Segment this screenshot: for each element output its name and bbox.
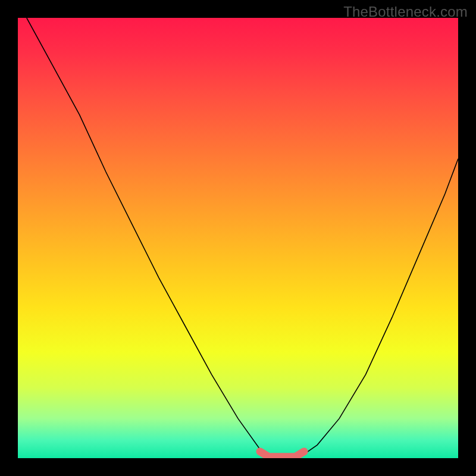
minimum-highlight [260,452,304,457]
left-curve [27,18,273,458]
chart-stage: TheBottleneck.com [0,0,476,476]
watermark-text: TheBottleneck.com [343,4,468,20]
right-curve [300,159,458,458]
plot-area [18,18,458,458]
curve-layer [18,18,458,458]
